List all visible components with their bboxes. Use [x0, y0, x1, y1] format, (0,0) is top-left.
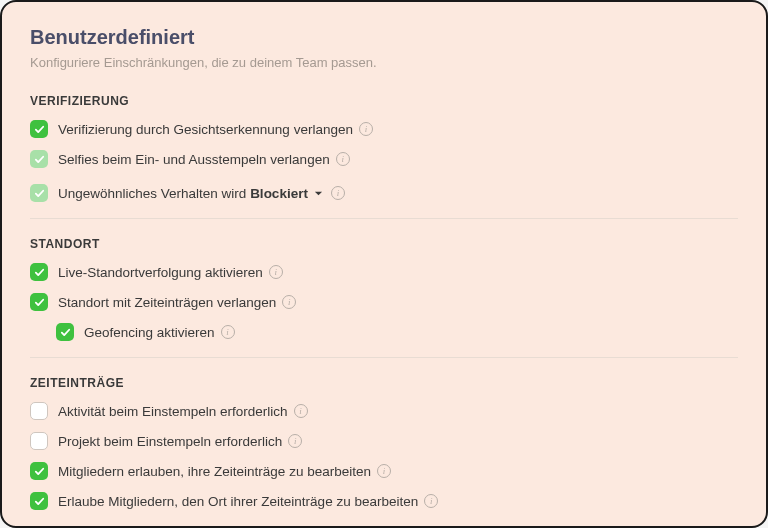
check-icon: [34, 154, 45, 165]
check-icon: [34, 267, 45, 278]
checkbox-activity-required[interactable]: [30, 402, 48, 420]
row-edit-location: Erlaube Mitgliedern, den Ort ihrer Zeite…: [30, 492, 738, 510]
checkbox-edit-entries[interactable]: [30, 462, 48, 480]
check-icon: [34, 124, 45, 135]
label-project-required: Projekt beim Einstempeln erforderlich: [58, 434, 282, 449]
checkbox-edit-location[interactable]: [30, 492, 48, 510]
label-geofencing: Geofencing aktivieren: [84, 325, 215, 340]
checkbox-live-location[interactable]: [30, 263, 48, 281]
section-verification: VERIFIZIERUNG Verifizierung durch Gesich…: [30, 94, 738, 202]
info-icon[interactable]: i: [294, 404, 308, 418]
row-face-recognition: Verifizierung durch Gesichtserkennung ve…: [30, 120, 738, 138]
label-selfies: Selfies beim Ein- und Ausstempeln verlan…: [58, 152, 330, 167]
row-edit-entries: Mitgliedern erlauben, ihre Zeiteinträge …: [30, 462, 738, 480]
row-live-location: Live-Standortverfolgung aktivieren i: [30, 263, 738, 281]
checkbox-project-required[interactable]: [30, 432, 48, 450]
row-project-required: Projekt beim Einstempeln erforderlich i: [30, 432, 738, 450]
info-icon[interactable]: i: [221, 325, 235, 339]
label-edit-location: Erlaube Mitgliedern, den Ort ihrer Zeite…: [58, 494, 418, 509]
row-selfies: Selfies beim Ein- und Ausstempeln verlan…: [30, 150, 738, 168]
info-icon[interactable]: i: [282, 295, 296, 309]
check-icon: [34, 297, 45, 308]
check-icon: [34, 466, 45, 477]
divider: [30, 357, 738, 358]
checkbox-require-location[interactable]: [30, 293, 48, 311]
check-icon: [60, 327, 71, 338]
label-face-recognition: Verifizierung durch Gesichtserkennung ve…: [58, 122, 353, 137]
check-icon: [34, 496, 45, 507]
info-icon[interactable]: i: [424, 494, 438, 508]
row-unusual-behavior: Ungewöhnliches Verhalten wird Blockiert …: [30, 184, 738, 202]
label-require-location: Standort mit Zeiteinträgen verlangen: [58, 295, 276, 310]
info-icon[interactable]: i: [359, 122, 373, 136]
label-live-location: Live-Standortverfolgung aktivieren: [58, 265, 263, 280]
info-icon[interactable]: i: [269, 265, 283, 279]
section-location: STANDORT Live-Standortverfolgung aktivie…: [30, 237, 738, 341]
label-activity-required: Aktivität beim Einstempeln erforderlich: [58, 404, 288, 419]
unusual-behavior-value[interactable]: Blockiert: [250, 186, 308, 201]
info-icon[interactable]: i: [331, 186, 345, 200]
dropdown-unusual-behavior[interactable]: [314, 184, 323, 202]
checkbox-geofencing[interactable]: [56, 323, 74, 341]
info-icon[interactable]: i: [336, 152, 350, 166]
section-time-entries: ZEITEINTRÄGE Aktivität beim Einstempeln …: [30, 376, 738, 510]
label-unusual-behavior: Ungewöhnliches Verhalten wird Blockiert: [58, 186, 308, 201]
row-require-location: Standort mit Zeiteinträgen verlangen i: [30, 293, 738, 311]
section-header-verification: VERIFIZIERUNG: [30, 94, 738, 108]
settings-panel: Benutzerdefiniert Konfiguriere Einschrän…: [0, 0, 768, 528]
check-icon: [34, 188, 45, 199]
checkbox-selfies[interactable]: [30, 150, 48, 168]
divider: [30, 218, 738, 219]
checkbox-unusual-behavior[interactable]: [30, 184, 48, 202]
info-icon[interactable]: i: [288, 434, 302, 448]
checkbox-face-recognition[interactable]: [30, 120, 48, 138]
info-icon[interactable]: i: [377, 464, 391, 478]
section-header-location: STANDORT: [30, 237, 738, 251]
row-activity-required: Aktivität beim Einstempeln erforderlich …: [30, 402, 738, 420]
row-geofencing: Geofencing aktivieren i: [30, 323, 738, 341]
page-title: Benutzerdefiniert: [30, 26, 738, 49]
section-header-time-entries: ZEITEINTRÄGE: [30, 376, 738, 390]
label-edit-entries: Mitgliedern erlauben, ihre Zeiteinträge …: [58, 464, 371, 479]
page-subtitle: Konfiguriere Einschränkungen, die zu dei…: [30, 55, 738, 70]
caret-down-icon: [314, 189, 323, 198]
